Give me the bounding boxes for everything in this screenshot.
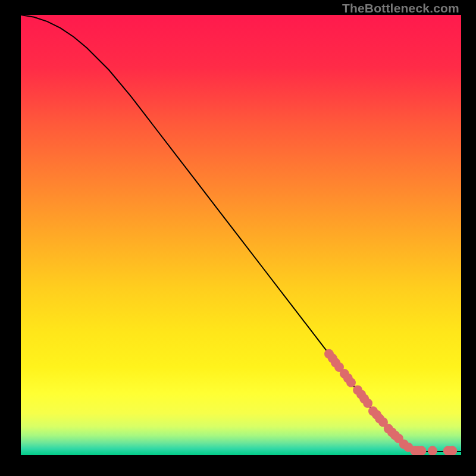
data-point	[346, 378, 356, 387]
data-point	[363, 399, 372, 408]
plot-area	[21, 15, 461, 455]
data-markers	[324, 349, 457, 455]
chart-frame: TheBottleneck.com	[0, 0, 476, 476]
data-point	[428, 446, 437, 455]
data-point	[447, 446, 457, 455]
curve-line	[21, 15, 461, 452]
watermark-label: TheBottleneck.com	[342, 1, 459, 15]
data-point	[416, 446, 426, 455]
chart-svg	[21, 15, 461, 455]
